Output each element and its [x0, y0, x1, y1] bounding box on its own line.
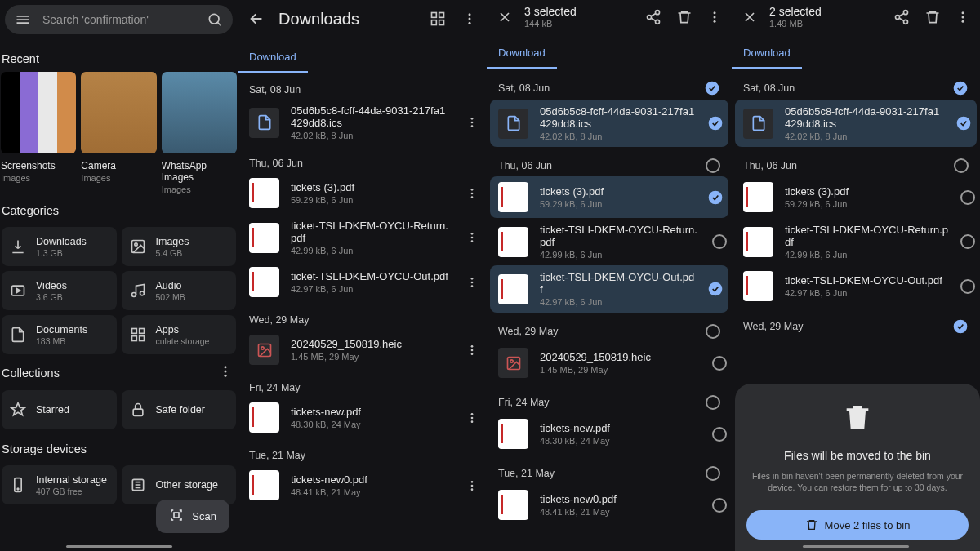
share-icon[interactable]: [642, 6, 665, 29]
svg-point-44: [471, 420, 474, 423]
file-thumb: [743, 182, 773, 212]
file-row[interactable]: ticket-TSLI-DKEM-OYCU-Out.pdf 42.97 kB, …: [238, 261, 487, 303]
scan-icon: [169, 508, 184, 525]
file-row[interactable]: ticket-TSLI-DKEM-OYCU-Return.pdf 42.99 k…: [732, 218, 980, 265]
more-icon[interactable]: [462, 228, 482, 247]
checkbox-circle[interactable]: [960, 279, 975, 294]
recent-tile[interactable]: WhatsApp Images Images: [162, 72, 237, 194]
category-tile[interactable]: Internal storage 407 GB free: [2, 465, 117, 504]
check-circle-icon[interactable]: [956, 115, 972, 131]
file-row[interactable]: tickets-new.pdf 48.30 kB, 24 May: [238, 397, 487, 438]
tab-download[interactable]: Download: [732, 42, 802, 69]
more-icon[interactable]: [952, 7, 973, 28]
checkbox-circle[interactable]: [706, 395, 720, 410]
category-tile[interactable]: Audio 502 MB: [122, 271, 237, 310]
checkbox-circle[interactable]: [712, 498, 727, 513]
search-bar[interactable]: Search 'confirmation': [5, 5, 233, 34]
more-icon[interactable]: [462, 184, 482, 203]
check-circle-icon[interactable]: [952, 80, 969, 96]
more-icon[interactable]: [462, 273, 482, 292]
back-icon[interactable]: [244, 7, 269, 31]
recent-sub: Images: [1, 173, 76, 183]
menu-icon[interactable]: [15, 11, 31, 28]
category-sub: 5.4 GB: [156, 248, 189, 258]
recent-sub: Images: [162, 184, 237, 194]
file-thumb: [249, 178, 279, 208]
more-icon[interactable]: [462, 340, 482, 360]
scan-fab[interactable]: Scan: [156, 500, 229, 533]
svg-point-50: [656, 20, 660, 24]
grid-view-icon[interactable]: [426, 7, 449, 30]
more-icon[interactable]: [462, 113, 482, 132]
checkbox-circle[interactable]: [712, 356, 727, 371]
file-thumb: [249, 335, 279, 365]
more-icon[interactable]: [704, 7, 725, 28]
file-row[interactable]: tickets (3).pdf 59.29 kB, 6 Jun: [490, 176, 728, 218]
checkbox-circle[interactable]: [960, 234, 975, 249]
checkbox-circle[interactable]: [954, 158, 969, 173]
category-tile[interactable]: Downloads 1.3 GB: [2, 227, 117, 266]
file-row[interactable]: 05d6b5c8-fcff-44da-9031-217fa1429dd8.ics…: [238, 99, 487, 146]
category-tile[interactable]: Starred: [2, 390, 117, 429]
close-icon[interactable]: [738, 6, 761, 29]
tab-download[interactable]: Download: [487, 42, 557, 69]
check-circle-icon[interactable]: [952, 318, 969, 335]
category-tile[interactable]: Images 5.4 GB: [122, 227, 237, 266]
delete-icon[interactable]: [921, 6, 944, 29]
file-row[interactable]: ticket-TSLI-DKEM-OYCU-Out.pdf 42.97 kB, …: [490, 265, 728, 313]
tab-download[interactable]: Download: [238, 46, 308, 73]
recent-tile[interactable]: Screenshots Images: [1, 72, 76, 194]
svg-point-32: [471, 237, 474, 239]
recent-row: Screenshots Images Camera Images WhatsAp…: [0, 72, 238, 194]
checkbox-circle[interactable]: [706, 466, 720, 481]
file-row[interactable]: tickets-new0.pdf 48.41 kB, 21 May: [487, 484, 732, 526]
recent-thumb: [81, 72, 156, 153]
svg-point-0: [209, 14, 219, 24]
checkbox-circle[interactable]: [706, 324, 720, 339]
file-row[interactable]: 20240529_150819.heic 1.45 MB, 29 May: [487, 342, 732, 384]
file-row[interactable]: 05d6b5c8-fcff-44da-9031-217fa1429dd8.ics…: [490, 100, 728, 147]
storage-header: Storage devices: [0, 433, 238, 462]
more-icon[interactable]: [459, 8, 480, 29]
file-row[interactable]: ticket-TSLI-DKEM-OYCU-Return.pdf 42.99 k…: [238, 214, 487, 261]
svg-point-68: [954, 320, 968, 334]
category-tile[interactable]: Safe folder: [122, 390, 237, 429]
delete-icon[interactable]: [673, 6, 696, 29]
file-row[interactable]: tickets-new.pdf 48.30 kB, 24 May: [487, 413, 732, 455]
more-icon[interactable]: [462, 408, 482, 428]
check-circle-icon[interactable]: [707, 189, 724, 206]
file-row[interactable]: 05d6b5c8-fcff-44da-9031-217fa1429dd8.ics…: [735, 100, 977, 147]
file-row[interactable]: ticket-TSLI-DKEM-OYCU-Out.pdf 42.97 kB, …: [732, 265, 980, 307]
checkbox-circle[interactable]: [706, 158, 720, 173]
close-icon[interactable]: [493, 6, 516, 29]
category-sub: 502 MB: [156, 292, 185, 302]
file-row[interactable]: tickets-new0.pdf 48.41 kB, 21 May: [238, 464, 487, 506]
share-icon[interactable]: [890, 6, 913, 29]
recent-tile[interactable]: Camera Images: [81, 72, 156, 194]
svg-point-43: [471, 416, 474, 419]
file-row[interactable]: tickets (3).pdf 59.29 kB, 6 Jun: [732, 176, 980, 218]
check-circle-icon[interactable]: [707, 115, 724, 131]
checkbox-circle[interactable]: [712, 234, 727, 249]
file-row[interactable]: ticket-TSLI-DKEM-OYCU-Return.pdf 42.99 k…: [487, 218, 732, 265]
date-header: Wed, 29 May: [238, 303, 487, 329]
category-label: Downloads: [36, 236, 87, 247]
file-row[interactable]: tickets (3).pdf 59.29 kB, 6 Jun: [238, 172, 487, 214]
recent-sub: Images: [81, 173, 156, 183]
file-thumb: [498, 182, 528, 212]
category-tile[interactable]: Documents 183 MB: [2, 315, 117, 354]
file-thumb: [498, 274, 528, 304]
category-tile[interactable]: Other storage: [122, 465, 237, 504]
file-row[interactable]: 20240529_150819.heic 1.45 MB, 29 May: [238, 329, 487, 371]
move-to-bin-button[interactable]: Move 2 files to bin: [746, 510, 969, 540]
more-icon[interactable]: [462, 476, 482, 495]
checkbox-circle[interactable]: [960, 190, 975, 205]
more-icon[interactable]: [218, 364, 233, 382]
svg-point-33: [471, 240, 474, 242]
search-icon[interactable]: [207, 11, 223, 28]
category-tile[interactable]: Videos 3.6 GB: [2, 271, 117, 310]
check-circle-icon[interactable]: [704, 80, 720, 96]
check-circle-icon[interactable]: [707, 281, 724, 297]
checkbox-circle[interactable]: [712, 427, 727, 442]
category-tile[interactable]: Apps culate storage: [122, 315, 237, 354]
